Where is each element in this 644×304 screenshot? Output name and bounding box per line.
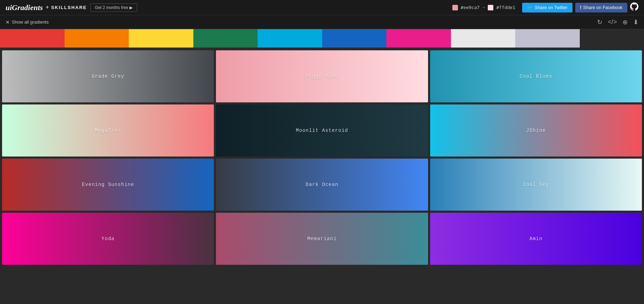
from-color-swatch <box>452 5 458 10</box>
gradient-name: JShine <box>526 128 546 133</box>
color-filter-green[interactable] <box>193 29 258 48</box>
facebook-icon: f <box>580 5 582 10</box>
gradient-name: MegaTron <box>95 128 121 133</box>
gradient-card-yoda[interactable]: Yoda <box>2 213 214 265</box>
color-filter-orange[interactable] <box>65 29 129 48</box>
gradient-card-piggy-pink[interactable]: Piggy Pink <box>216 50 428 102</box>
download-icon[interactable]: ⬇ <box>633 18 638 26</box>
gradient-card-dark-ocean[interactable]: Dark Ocean <box>216 159 428 211</box>
show-all-label: Show all gradients <box>12 19 49 25</box>
gradient-name: Cool Blues <box>520 74 552 79</box>
gradient-card-amin[interactable]: Amin <box>430 213 642 265</box>
add-icon[interactable]: ⊕ <box>622 18 628 26</box>
color-filter-bar <box>0 29 644 48</box>
gradient-grid: Grade GreyPiggy PinkCool BluesMegaTronMo… <box>0 48 644 267</box>
skillshare-branding: + SKILLSHARE <box>46 5 87 11</box>
toolbar-icons: ↻ </> ⊕ ⬇ <box>597 18 638 26</box>
gradient-card-cool-blues[interactable]: Cool Blues <box>430 50 642 102</box>
github-button[interactable] <box>630 2 638 13</box>
color-filter-yellow[interactable] <box>129 29 193 48</box>
gradient-name: Grade Grey <box>92 74 124 79</box>
from-color-text: #ee9ca7 <box>461 5 480 10</box>
twitter-label: Share on Twitter <box>535 5 567 10</box>
to-color-swatch <box>488 5 493 10</box>
gradient-card-evening-sunshine[interactable]: Evening Sunshine <box>2 159 214 211</box>
twitter-icon: 🐦 <box>527 5 533 10</box>
gradient-name: Cool Sky <box>523 182 549 187</box>
gradient-name: Memariani <box>307 236 337 242</box>
facebook-share-button[interactable]: f Share on Facebook <box>575 3 627 12</box>
gradient-name: Moonlit Asteroid <box>296 128 348 133</box>
gradient-card-megatron[interactable]: MegaTron <box>2 104 214 157</box>
color-filter-pink[interactable] <box>386 29 451 48</box>
facebook-label: Share on Facebook <box>583 5 622 10</box>
gradient-card-cool-sky[interactable]: Cool Sky <box>430 159 642 211</box>
skillshare-label: SKILLSHARE <box>51 5 87 10</box>
close-icon: ✕ <box>6 19 10 25</box>
color-filter-dark[interactable] <box>580 29 644 48</box>
gradient-card-jshine[interactable]: JShine <box>430 104 642 157</box>
get-months-button[interactable]: Get 2 months free ▶ <box>90 3 137 12</box>
toolbar: ✕ Show all gradients ↻ </> ⊕ ⬇ <box>0 15 644 29</box>
color-filter-blue[interactable] <box>322 29 387 48</box>
gradient-name: Dark Ocean <box>306 182 338 187</box>
gradient-name: Piggy Pink <box>306 74 338 79</box>
color-filter-cyan[interactable] <box>258 29 322 48</box>
gradient-card-moonlit-asteroid[interactable]: Moonlit Asteroid <box>216 104 428 157</box>
gradient-name: Evening Sunshine <box>82 182 134 187</box>
arrow-icon: → <box>483 5 485 10</box>
gradient-name: Amin <box>529 236 543 242</box>
gradient-name: Yoda <box>101 236 115 242</box>
header: uiGradients + SKILLSHARE Get 2 months fr… <box>0 0 644 15</box>
twitter-share-button[interactable]: 🐦 Share on Twitter <box>522 3 572 12</box>
to-color-text: #ffdde1 <box>496 5 515 10</box>
gradient-card-memariani[interactable]: Memariani <box>216 213 428 265</box>
github-icon <box>630 2 638 11</box>
gradient-card-grade-grey[interactable]: Grade Grey <box>2 50 214 102</box>
color-filter-red[interactable] <box>0 29 65 48</box>
color-filter-white[interactable] <box>451 29 516 48</box>
color-filter-light-gray[interactable] <box>515 29 580 48</box>
plus-icon: + <box>46 5 49 11</box>
site-logo[interactable]: uiGradients <box>6 3 43 12</box>
header-actions: 🐦 Share on Twitter f Share on Facebook <box>522 2 638 13</box>
code-icon[interactable]: </> <box>608 18 617 26</box>
color-display: #ee9ca7 → #ffdde1 <box>452 5 515 10</box>
refresh-icon[interactable]: ↻ <box>597 18 602 26</box>
show-all-gradients-button[interactable]: ✕ Show all gradients <box>6 19 49 25</box>
